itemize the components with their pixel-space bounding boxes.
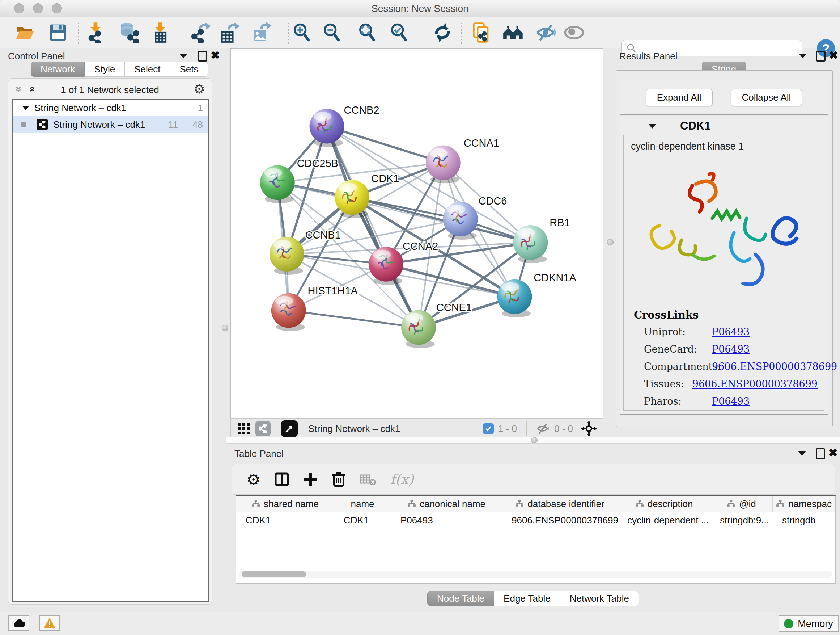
control-panel: Control Panel ✖ Network Style Select Set… [4, 48, 216, 608]
table-horizontal-scrollbar[interactable] [239, 570, 832, 578]
string-network-icon [36, 119, 48, 130]
show-columns-icon[interactable] [274, 472, 289, 487]
crosslink-link[interactable]: P06493 [712, 396, 750, 407]
string-home-icon[interactable] [502, 22, 524, 43]
network-edge[interactable] [289, 310, 418, 328]
network-node-RB1[interactable] [513, 225, 548, 263]
delete-table-icon[interactable] [360, 473, 376, 486]
refresh-icon[interactable] [431, 22, 453, 43]
table-settings-gear-icon[interactable]: ⚙ [246, 470, 261, 489]
network-canvas[interactable]: CCNB2CCNA1CDC25BCDK1CDC6RB1CCNB1CCNA2CDK… [231, 48, 603, 418]
move-crosshair-icon[interactable] [581, 421, 597, 437]
table-header-row: shared namenamecanonical namedatabase id… [236, 496, 835, 512]
network-badge-icon[interactable] [256, 421, 271, 436]
control-panel-close-icon[interactable]: ✖ [210, 49, 219, 62]
tab-node-table[interactable]: Node Table [427, 591, 494, 606]
network-node-CDK1[interactable] [335, 180, 369, 218]
column-header--id[interactable]: @id [711, 496, 773, 511]
node-label-CDK1: CDK1 [371, 173, 399, 184]
collapse-all-button[interactable]: Collapse All [731, 89, 802, 106]
crosslink-link[interactable]: 9606.ENSP00000378699 [712, 361, 837, 372]
table-panel-menu-icon[interactable] [798, 451, 806, 456]
network-options-gear-icon[interactable]: ⚙ [194, 81, 205, 97]
column-header-canonical-name[interactable]: canonical name [391, 496, 502, 511]
warning-status-button[interactable] [39, 616, 60, 631]
open-in-new-window-icon[interactable] [281, 420, 298, 437]
collection-expand-icon[interactable] [22, 106, 29, 110]
selected-checkbox-icon[interactable] [483, 423, 494, 434]
network-node-CCNA2[interactable] [369, 247, 403, 285]
results-panel-menu-icon[interactable] [799, 54, 807, 58]
network-graph[interactable]: CCNB2CCNA1CDC25BCDK1CDC6RB1CCNB1CCNA2CDK… [231, 49, 603, 418]
network-view-toolbar: String Network – cdk1 1 - 0 0 - 0 [231, 418, 603, 439]
node-label-CCNB1: CCNB1 [305, 229, 341, 241]
column-label: @id [739, 499, 756, 510]
tab-sets[interactable]: Sets [170, 62, 208, 77]
network-node-CCNB1[interactable] [270, 237, 304, 275]
network-edge[interactable] [327, 126, 443, 163]
export-network-icon[interactable] [191, 22, 212, 43]
expand-all-button[interactable]: Expand All [646, 89, 713, 106]
memory-button[interactable]: Memory [778, 616, 838, 632]
tab-edge-table[interactable]: Edge Table [494, 591, 561, 606]
zoom-out-icon[interactable] [321, 22, 343, 43]
network-node-CDC25B[interactable] [260, 165, 295, 203]
right-splitter-handle[interactable] [607, 239, 614, 245]
control-panel-float-icon[interactable] [198, 51, 207, 62]
function-builder-icon[interactable]: f(x) [390, 471, 414, 487]
duplicate-network-icon[interactable] [471, 22, 493, 43]
open-session-icon[interactable] [14, 22, 36, 43]
zoom-in-icon[interactable] [291, 22, 313, 43]
horizontal-splitter-handle[interactable] [531, 437, 538, 443]
import-network-from-database-icon[interactable] [118, 22, 140, 43]
import-table-icon[interactable] [149, 22, 171, 43]
network-node-CCNA1[interactable] [426, 145, 461, 183]
table-scrollbar-thumb[interactable] [242, 571, 306, 577]
control-panel-menu-icon[interactable] [180, 54, 187, 58]
import-network-icon[interactable] [85, 22, 106, 43]
tab-style[interactable]: Style [85, 62, 125, 77]
network-node-CDKN1A[interactable] [497, 279, 532, 318]
gray-eye-icon[interactable] [563, 22, 585, 43]
crosslink-link[interactable]: 9606.ENSP00000378699 [692, 378, 818, 390]
results-panel-float-icon[interactable] [816, 51, 826, 62]
network-node-CDC6[interactable] [443, 202, 478, 240]
delete-column-trash-icon[interactable] [332, 471, 346, 487]
tab-network-table[interactable]: Network Table [561, 591, 639, 606]
hide-panel-eye-icon[interactable] [535, 22, 557, 43]
network-collection-row[interactable]: String Network – cdk1 1 [13, 100, 208, 116]
column-header-name[interactable]: name [334, 496, 391, 511]
network-node-HIST1H1A[interactable] [271, 293, 306, 331]
zoom-selected-icon[interactable] [388, 22, 410, 43]
results-panel-close-icon[interactable]: ✖ [829, 49, 838, 62]
protein-card-content: cyclin-dependent kinase 1 [623, 135, 824, 410]
horizontal-splitter[interactable] [226, 437, 840, 444]
column-header-namespac[interactable]: namespac [773, 496, 835, 511]
hidden-eye-slash-icon[interactable] [536, 423, 550, 434]
table-panel-close-icon[interactable]: ✖ [829, 447, 837, 459]
protein-card-header[interactable]: CDK1 [620, 118, 828, 134]
grid-view-icon[interactable] [237, 422, 250, 435]
toolbar-separator [421, 21, 422, 44]
tab-select[interactable]: Select [125, 62, 170, 77]
protein-collapse-icon[interactable] [648, 124, 656, 128]
column-label: shared name [264, 499, 319, 510]
add-column-icon[interactable] [303, 472, 317, 486]
export-image-icon[interactable] [251, 22, 273, 43]
table-panel-float-icon[interactable] [816, 448, 825, 459]
left-splitter-handle[interactable] [222, 325, 228, 331]
column-header-description[interactable]: description [618, 496, 711, 511]
tab-network[interactable]: Network [31, 62, 85, 77]
save-session-icon[interactable] [47, 22, 69, 43]
table-row[interactable]: CDK1CDK1P064939606.ENSP00000378699cyclin… [236, 512, 835, 529]
cloud-status-button[interactable] [8, 616, 29, 631]
crosslink-link[interactable]: P06493 [712, 326, 750, 337]
network-edge[interactable] [327, 126, 418, 328]
column-header-database-identifier[interactable]: database identifier [502, 496, 618, 511]
crosslink-link[interactable]: P06493 [712, 344, 750, 355]
network-row[interactable]: String Network – cdk1 11 48 [13, 116, 208, 133]
column-header-shared-name[interactable]: shared name [236, 496, 334, 511]
network-node-CCNE1[interactable] [401, 310, 436, 348]
export-table-icon[interactable] [219, 22, 241, 43]
zoom-fit-icon[interactable] [356, 22, 378, 43]
